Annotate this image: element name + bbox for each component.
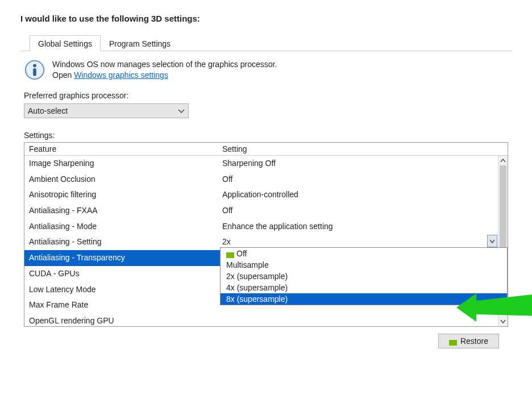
info-text: Windows OS now manages selection of the … [52, 59, 277, 81]
dropdown-option[interactable]: Multisample [221, 259, 507, 271]
settings-grid: Feature Setting Image SharpeningSharpeni… [24, 142, 508, 327]
dropdown-option-label: 8x (supersample) [226, 294, 288, 304]
scroll-down-icon[interactable] [498, 317, 508, 326]
scroll-thumb[interactable] [500, 165, 506, 251]
settings-label: Settings: [24, 131, 508, 140]
tab-global-settings[interactable]: Global Settings [30, 35, 101, 51]
setting-cell: Off [218, 172, 508, 188]
column-header-setting[interactable]: Setting [218, 143, 508, 156]
setting-cell: Sharpening Off [218, 156, 508, 172]
table-row[interactable]: Antialiasing - ModeEnhance the applicati… [24, 219, 508, 235]
windows-graphics-settings-link[interactable]: Windows graphics settings [74, 70, 168, 80]
info-open-text: Open [52, 70, 74, 80]
svg-rect-2 [33, 68, 36, 76]
dropdown-option-label: 4x (supersample) [226, 283, 288, 292]
nvidia-logo-icon [449, 338, 457, 344]
restore-button-label: Restore [460, 337, 488, 346]
info-line1: Windows OS now manages selection of the … [52, 59, 277, 70]
info-icon [24, 59, 45, 81]
feature-cell: Anisotropic filtering [24, 187, 218, 203]
dropdown-option[interactable]: Off [221, 248, 507, 259]
dropdown-option-label: Off [236, 249, 247, 258]
table-row[interactable]: Anisotropic filteringApplication-control… [24, 187, 508, 203]
preferred-processor-select[interactable]: Auto-select [24, 103, 189, 118]
feature-cell: OpenGL rendering GPU [24, 313, 218, 326]
feature-cell: Antialiasing - Setting [24, 234, 218, 250]
nvidia-logo-icon [226, 251, 234, 256]
scroll-up-icon[interactable] [498, 156, 508, 165]
setting-cell: Off [218, 203, 508, 219]
feature-cell: Low Latency Mode [24, 282, 218, 298]
setting-cell [218, 313, 508, 326]
svg-point-1 [33, 64, 36, 68]
setting-cell: Enhance the application setting [218, 219, 508, 235]
preferred-processor-value: Auto-select [28, 106, 68, 115]
table-row[interactable]: Image SharpeningSharpening Off [24, 156, 508, 172]
svg-rect-5 [449, 340, 457, 346]
table-row[interactable]: OpenGL rendering GPU [24, 313, 508, 326]
dropdown-option[interactable]: 4x (supersample) [221, 282, 507, 293]
feature-cell: Image Sharpening [24, 156, 218, 172]
feature-cell: Ambient Occlusion [24, 172, 218, 188]
feature-cell: CUDA - GPUs [24, 266, 218, 282]
feature-cell: Antialiasing - FXAA [24, 203, 218, 219]
tabs-bar: Global Settings Program Settings [20, 35, 512, 51]
table-row[interactable]: Ambient OcclusionOff [24, 172, 508, 188]
page-title: I would like to use the following 3D set… [20, 14, 512, 23]
feature-cell: Max Frame Rate [24, 297, 218, 313]
transparency-dropdown[interactable]: OffMultisample2x (supersample)4x (supers… [220, 247, 508, 305]
tab-program-settings[interactable]: Program Settings [101, 35, 179, 51]
chevron-down-icon [178, 106, 185, 115]
setting-cell: Application-controlled [218, 187, 508, 203]
preferred-processor-label: Preferred graphics processor: [24, 91, 508, 100]
dropdown-option-label: 2x (supersample) [226, 272, 288, 281]
svg-rect-3 [226, 252, 234, 258]
setting-dropdown-button[interactable] [487, 235, 497, 247]
restore-button[interactable]: Restore [438, 334, 499, 348]
dropdown-option[interactable]: 2x (supersample) [221, 271, 507, 282]
dropdown-option-label: Multisample [226, 260, 269, 269]
table-row[interactable]: Antialiasing - FXAAOff [24, 203, 508, 219]
feature-cell: Antialiasing - Mode [24, 219, 218, 235]
feature-cell: Antialiasing - Transparency [24, 250, 218, 266]
dropdown-option[interactable]: 8x (supersample) [221, 293, 507, 305]
column-header-feature[interactable]: Feature [24, 143, 218, 156]
